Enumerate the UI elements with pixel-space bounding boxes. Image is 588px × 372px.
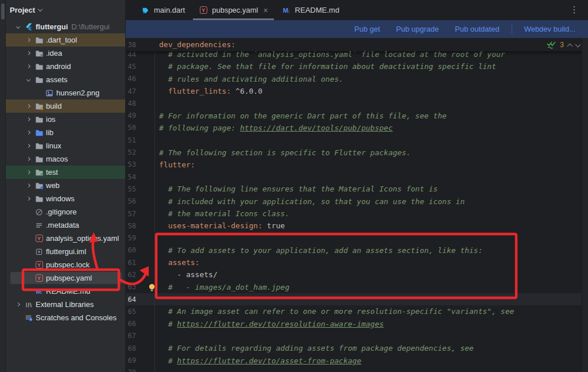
line-number[interactable]: 66 xyxy=(126,320,136,328)
tree-item-analysis-options-yaml[interactable]: Yanalysis_options.yaml xyxy=(6,232,125,245)
code-line-67[interactable]: 67 xyxy=(126,330,588,342)
code-line-47[interactable]: 47 flutter_lints: ^6.0.0 xyxy=(126,85,588,97)
code-line-69[interactable]: 69 # https://flutter.dev/to/asset-from-p… xyxy=(126,354,588,366)
tree-item-android[interactable]: android xyxy=(6,60,125,73)
line-number[interactable]: 70 xyxy=(126,369,136,372)
line-number[interactable]: 53 xyxy=(126,160,136,168)
tree-item-linux[interactable]: linux xyxy=(6,139,125,152)
code-line-59[interactable]: 59 xyxy=(126,232,588,244)
line-number[interactable]: 63 xyxy=(126,283,136,291)
tree-item-test[interactable]: test xyxy=(6,166,125,179)
code-line-64[interactable]: 64 xyxy=(126,293,588,305)
line-number[interactable]: 47 xyxy=(126,87,136,95)
line-number[interactable]: 59 xyxy=(126,234,136,242)
code-line-60[interactable]: 60 # To add assets to your application, … xyxy=(126,244,588,256)
chevron-right-icon[interactable] xyxy=(23,184,33,187)
chevron-down-icon[interactable] xyxy=(38,7,42,11)
code-line-56[interactable]: 56 # included with your application, so … xyxy=(126,195,588,208)
editor-scrollbar[interactable] xyxy=(582,38,588,372)
line-number[interactable]: 65 xyxy=(126,308,136,316)
tree-item-windows[interactable]: windows xyxy=(6,192,125,205)
tree-item-metadata[interactable]: .metadata xyxy=(6,218,125,232)
tree-item-ios[interactable]: ios xyxy=(6,113,125,126)
chevron-right-icon[interactable] xyxy=(23,131,33,134)
line-number[interactable]: 58 xyxy=(126,222,136,230)
pub-upgrade-link[interactable]: Pub upgrade xyxy=(396,25,439,33)
tree-item-external-libraries[interactable]: External Libraries xyxy=(6,298,125,311)
code-line-46[interactable]: 46 # rules and activating additional one… xyxy=(126,73,588,85)
chevron-right-icon[interactable] xyxy=(23,197,33,200)
line-number[interactable]: 62 xyxy=(126,271,136,279)
line-number[interactable]: 54 xyxy=(126,173,136,181)
sticky-line[interactable]: 38dev_dependencies: xyxy=(126,38,588,51)
tree-item-scratches-and-consoles[interactable]: Scratches and Consoles xyxy=(6,311,125,324)
webdev-build-link[interactable]: Webdev build... xyxy=(524,25,575,33)
chevron-right-icon[interactable] xyxy=(23,52,33,55)
code-line-57[interactable]: 57 # the material Icons class. xyxy=(126,208,588,220)
code-line-53[interactable]: 53flutter: xyxy=(126,159,588,171)
tree-item-pubspec-yaml[interactable]: Ypubspec.yaml xyxy=(6,271,125,285)
tree-item-readme-md[interactable]: M↓README.md xyxy=(6,285,125,298)
chevron-right-icon[interactable] xyxy=(23,158,33,160)
line-number[interactable]: 60 xyxy=(126,246,136,254)
tree-item-build[interactable]: build xyxy=(6,99,125,113)
code-line-65[interactable]: 65 # An image asset can refer to one or … xyxy=(126,305,588,317)
chevron-right-icon[interactable] xyxy=(23,105,33,108)
tab-pubspec-yaml[interactable]: Ypubspec.yaml× xyxy=(192,0,274,20)
chevron-right-icon[interactable] xyxy=(23,118,33,121)
inspections-widget[interactable]: 3 xyxy=(547,40,580,50)
chevron-right-icon[interactable] xyxy=(23,65,33,68)
code-line-48[interactable]: 48 xyxy=(126,97,588,109)
tree-item-pubspec-lock[interactable]: Ypubspec.lock xyxy=(6,258,125,271)
line-number[interactable]: 51 xyxy=(126,136,136,144)
tab-main-dart[interactable]: main.dart xyxy=(134,0,192,20)
code-line-58[interactable]: 58 uses-material-design: true xyxy=(126,220,588,232)
previous-problem-icon[interactable] xyxy=(567,43,573,49)
chevron-down-icon[interactable] xyxy=(23,78,33,81)
code-line-52[interactable]: 52# The following section is specific to… xyxy=(126,146,588,158)
more-options-icon[interactable]: ⋮ xyxy=(570,4,579,16)
pub-get-link[interactable]: Pub get xyxy=(354,25,380,33)
line-number[interactable]: 46 xyxy=(126,75,136,83)
tree-item-assets[interactable]: assets xyxy=(6,73,125,86)
tree-item-idea[interactable]: .idea xyxy=(6,47,125,60)
code-line-63[interactable]: 63 # - images/a_dot_ham.jpeg xyxy=(126,281,588,293)
line-number[interactable]: 52 xyxy=(126,148,136,156)
line-number[interactable]: 68 xyxy=(126,344,136,352)
line-number[interactable]: 55 xyxy=(126,185,136,193)
code-line-45[interactable]: 45 # package. See that file for informat… xyxy=(126,60,588,72)
code-line-51[interactable]: 51 xyxy=(126,134,588,146)
code-line-49[interactable]: 49# For information on the generic Dart … xyxy=(126,109,588,121)
code-line-66[interactable]: 66 # https://flutter.dev/to/resolution-a… xyxy=(126,318,588,330)
chevron-right-icon[interactable] xyxy=(23,39,33,41)
code-line-54[interactable]: 54 xyxy=(126,171,588,183)
code-line-61[interactable]: 61 assets: xyxy=(126,256,588,269)
line-number[interactable]: 57 xyxy=(126,210,136,218)
code-line-50[interactable]: 50# following page: https://dart.dev/too… xyxy=(126,122,588,134)
code-line-55[interactable]: 55 # The following line ensures that the… xyxy=(126,183,588,195)
line-number[interactable]: 64 xyxy=(126,296,136,304)
tree-item-fluttergui-iml[interactable]: fluttergui.iml xyxy=(6,245,125,258)
tree-item-lib[interactable]: lib xyxy=(6,126,125,139)
line-number[interactable]: 49 xyxy=(126,112,136,120)
chevron-right-icon[interactable] xyxy=(23,171,33,174)
line-number[interactable]: 50 xyxy=(126,124,136,132)
line-number[interactable]: 45 xyxy=(126,63,136,71)
chevron-right-icon[interactable] xyxy=(13,303,23,306)
line-number[interactable]: 48 xyxy=(126,99,136,108)
line-number[interactable]: 56 xyxy=(126,197,136,205)
tree-item-gitignore[interactable]: .gitignore xyxy=(6,205,125,218)
tree-item-fluttergui[interactable]: flutterguiD:\fluttergui xyxy=(6,20,125,33)
project-tool-window-button[interactable] xyxy=(1,3,5,20)
intention-bulb-icon[interactable] xyxy=(148,283,156,294)
project-panel-header[interactable]: Project xyxy=(6,0,125,20)
tree-item-macos[interactable]: macos xyxy=(6,152,125,166)
tree-item-dart-tool[interactable]: .dart_tool xyxy=(6,33,125,47)
tree-item-web[interactable]: web xyxy=(6,179,125,192)
line-number[interactable]: 61 xyxy=(126,259,136,267)
next-problem-icon[interactable] xyxy=(575,41,581,47)
code-line-62[interactable]: 62 - assets/ xyxy=(126,269,588,281)
tab-readme-md[interactable]: M↓README.md xyxy=(275,0,346,20)
tree-item-hunsen2-png[interactable]: hunsen2.png xyxy=(6,86,125,99)
code-line-70[interactable]: 70 xyxy=(126,367,588,372)
